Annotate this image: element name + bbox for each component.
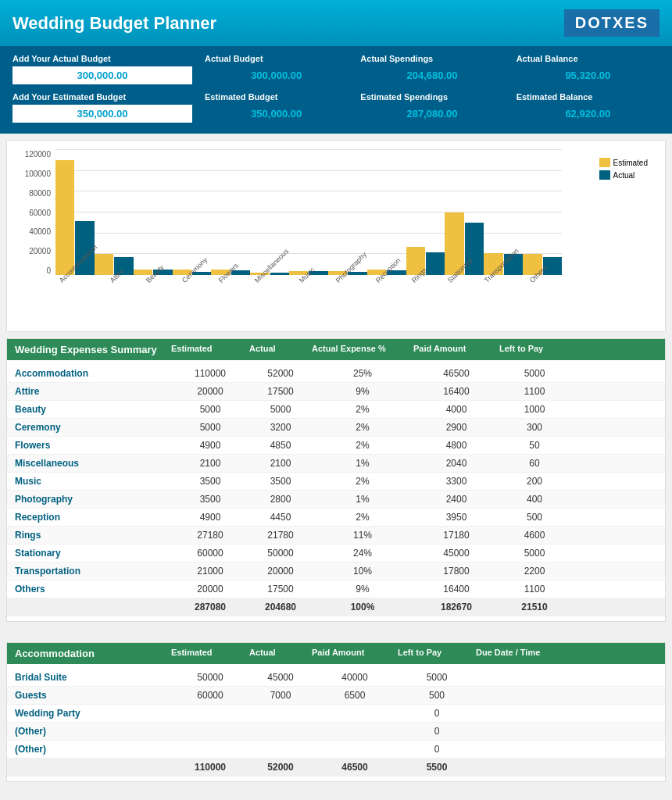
left-value: 0 xyxy=(398,744,476,755)
item-label: (Other) xyxy=(15,744,171,755)
detail-table-row: (Other) 0 xyxy=(7,723,665,741)
pct-value: 24% xyxy=(312,548,413,559)
category-label: Beauty xyxy=(15,404,171,415)
pct-value: 10% xyxy=(312,566,413,577)
left-value: 4600 xyxy=(499,530,570,541)
detail-total-due xyxy=(476,762,570,773)
paid-value: 45000 xyxy=(413,548,499,559)
pct-value: 2% xyxy=(312,512,413,523)
detail-table-row: Wedding Party 0 xyxy=(7,705,665,723)
pct-value: 2% xyxy=(312,404,413,415)
paid-value xyxy=(312,708,398,719)
actual-value: 20000 xyxy=(249,566,312,577)
actual-value: 7000 xyxy=(249,690,312,701)
actual-balance-label: Actual Balance xyxy=(517,54,659,63)
detail-table-row: Guests 60000 7000 6500 500 xyxy=(7,687,665,705)
summary-table-row: Ceremony 5000 3200 2% 2900 300 xyxy=(7,419,665,437)
actual-value: 5000 xyxy=(249,404,312,415)
estimated-value: 60000 xyxy=(171,690,249,701)
summary-table-row: Stationary 60000 50000 24% 45000 5000 xyxy=(7,545,665,562)
category-label: Miscellaneous xyxy=(15,458,171,469)
actual-balance-block: Actual Balance 95,320.00 xyxy=(517,54,659,84)
estimated-value: 5000 xyxy=(171,404,249,415)
estimated-value: 20000 xyxy=(171,584,249,595)
actual-spendings-block: Actual Spendings 204,680.00 xyxy=(360,54,503,84)
actual-budget-value: 300,000.00 xyxy=(205,66,348,84)
summary-table-row: Music 3500 3500 2% 3300 200 xyxy=(7,473,665,491)
category-label: Attire xyxy=(15,386,171,397)
left-value: 60 xyxy=(499,458,570,469)
actual-value: 4450 xyxy=(249,512,312,523)
left-value: 5000 xyxy=(398,672,476,683)
estimated-budget-input[interactable] xyxy=(13,105,192,123)
y-axis: 020000400006000080000100000120000 xyxy=(16,150,54,275)
estimated-value: 27180 xyxy=(171,530,249,541)
summary-table-row: Transportation 21000 20000 10% 17800 220… xyxy=(7,562,665,580)
estimated-value: 3500 xyxy=(171,494,249,505)
category-label: Music xyxy=(15,476,171,487)
y-axis-label: 120000 xyxy=(16,150,51,159)
estimated-value: 50000 xyxy=(171,672,249,683)
detail-total-left: 5500 xyxy=(398,762,476,773)
estimated-balance-label: Estimated Balance xyxy=(517,92,659,102)
detail-col-due: Due Date / Time xyxy=(476,648,570,659)
estimated-value: 3500 xyxy=(171,476,249,487)
left-value: 50 xyxy=(499,440,570,451)
estimated-balance-value: 62,920.00 xyxy=(517,105,659,123)
category-label: Ceremony xyxy=(15,422,171,433)
paid-value: 46500 xyxy=(413,368,499,379)
legend-color xyxy=(599,170,610,180)
summary-col-estimated: Estimated xyxy=(171,344,249,355)
left-value: 1100 xyxy=(499,386,570,397)
estimated-budget-value: 350,000.00 xyxy=(205,105,348,123)
actual-budget-input[interactable] xyxy=(13,66,192,84)
left-value: 200 xyxy=(499,476,570,487)
paid-value: 2900 xyxy=(413,422,499,433)
paid-value: 17180 xyxy=(413,530,499,541)
actual-value: 2800 xyxy=(249,494,312,505)
y-axis-label: 0 xyxy=(16,266,51,275)
pct-value: 9% xyxy=(312,386,413,397)
paid-value: 17800 xyxy=(413,566,499,577)
summary-table-title: Wedding Expenses Summary xyxy=(15,344,171,355)
estimated-spendings-value: 287,080.00 xyxy=(360,105,503,123)
summary-table-row: Reception 4900 4450 2% 3950 500 xyxy=(7,509,665,527)
detail-table-section: Accommodation Estimated Actual Paid Amou… xyxy=(6,642,666,782)
y-axis-label: 80000 xyxy=(16,189,51,198)
left-value: 2200 xyxy=(499,566,570,577)
category-label: Photography xyxy=(15,494,171,505)
summary-total-row: 287080 204680 100% 182670 21510 xyxy=(7,598,665,616)
paid-value: 2040 xyxy=(413,458,499,469)
detail-table-row: (Other) 0 xyxy=(7,741,665,759)
due-value xyxy=(476,726,570,737)
item-label: Guests xyxy=(15,690,171,701)
summary-total-pct: 100% xyxy=(312,602,413,612)
due-value xyxy=(476,708,570,719)
left-value: 0 xyxy=(398,708,476,719)
due-value xyxy=(476,690,570,701)
detail-col-left: Left to Pay xyxy=(398,648,476,659)
paid-value: 16400 xyxy=(413,584,499,595)
due-value xyxy=(476,672,570,683)
category-label: Transportation xyxy=(15,566,171,577)
paid-value: 16400 xyxy=(413,386,499,397)
y-axis-label: 40000 xyxy=(16,227,51,236)
actual-budget-display-label: Actual Budget xyxy=(205,54,348,63)
detail-table-title: Accommodation xyxy=(15,648,171,659)
summary-table-row: Others 20000 17500 9% 16400 1100 xyxy=(7,580,665,598)
left-value: 500 xyxy=(499,512,570,523)
detail-col-estimated: Estimated xyxy=(171,648,249,659)
actual-value xyxy=(249,726,312,737)
pct-value: 1% xyxy=(312,494,413,505)
estimated-spendings-block: Estimated Spendings 287,080.00 xyxy=(360,92,503,123)
summary-table-row: Photography 3500 2800 1% 2400 400 xyxy=(7,491,665,509)
actual-spendings-value: 204,680.00 xyxy=(360,66,503,84)
category-label: Others xyxy=(15,584,171,595)
paid-value xyxy=(312,744,398,755)
estimated-value: 20000 xyxy=(171,386,249,397)
estimated-value: 21000 xyxy=(171,566,249,577)
actual-value: 3200 xyxy=(249,422,312,433)
actual-value: 21780 xyxy=(249,530,312,541)
legend-item: Estimated xyxy=(599,158,648,167)
pct-value: 25% xyxy=(312,368,413,379)
